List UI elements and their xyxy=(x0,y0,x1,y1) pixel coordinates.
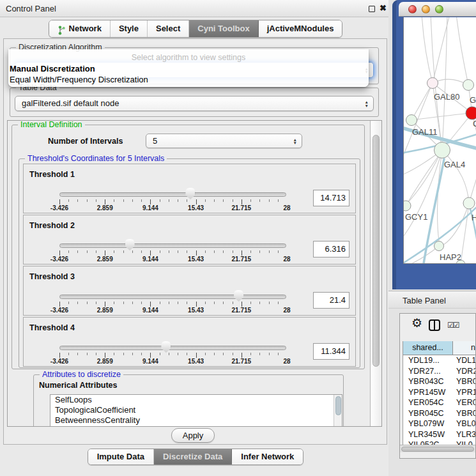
network-canvas[interactable]: GAL80GACGAL11GAL4GCY1HHAP2 xyxy=(403,17,476,264)
table-row[interactable]: YBL079WYBL0 xyxy=(403,418,475,429)
tab-jactivemnodules[interactable]: jActiveMNodules xyxy=(259,20,342,37)
gear-icon[interactable]: ⚙ xyxy=(411,316,422,330)
table-row[interactable]: YIL052CYIL0 xyxy=(403,440,475,445)
table-horizontal-scrollbar-thumb[interactable] xyxy=(401,447,474,452)
slider-track[interactable] xyxy=(59,192,286,197)
GAL80-node[interactable] xyxy=(427,78,438,89)
zoom-traffic-light-icon[interactable] xyxy=(435,5,443,13)
settings-vertical-scrollbar[interactable] xyxy=(370,121,381,426)
cell-shared-name[interactable]: YBR043C xyxy=(403,376,453,387)
table-data-combobox[interactable]: galFiltered.sif default node ▲▼ xyxy=(15,96,374,111)
slider-thumb-icon[interactable] xyxy=(125,239,135,250)
slider-ticks xyxy=(59,302,287,307)
cell-name[interactable]: YDL1 xyxy=(453,355,475,366)
cell-shared-name[interactable]: YPR145W xyxy=(403,387,453,398)
cell-name[interactable]: YPR1 xyxy=(453,387,475,398)
table-row[interactable]: YBR045CYBR0 xyxy=(403,408,475,419)
node-label: HAP2 xyxy=(440,252,461,262)
cell-shared-name[interactable]: YBR045C xyxy=(403,408,453,419)
network-edge xyxy=(442,17,447,150)
tab-impute-data[interactable]: Impute Data xyxy=(88,449,154,464)
attributes-list-scrollbar-thumb[interactable] xyxy=(335,396,341,415)
threshold-slider[interactable]: -3.4262.8599.14415.4321.71528 xyxy=(59,318,288,367)
apply-button[interactable]: Apply xyxy=(171,428,215,443)
tab-infer-network[interactable]: Infer Network xyxy=(232,449,303,464)
cell-shared-name[interactable]: YER054C xyxy=(403,397,453,408)
numerical-attributes-list[interactable]: SelfLoopsTopologicalCoefficientBetweenne… xyxy=(50,394,342,427)
column-header-name[interactable]: n xyxy=(453,341,475,355)
cell-shared-name[interactable]: YDR27... xyxy=(403,366,453,377)
cell-shared-name[interactable]: YDL19... xyxy=(403,355,453,366)
threshold-value-field[interactable]: 6.316 xyxy=(313,241,349,257)
slider-thumb-icon[interactable] xyxy=(185,188,195,199)
table-panel-title: Table Panel xyxy=(403,296,446,305)
threshold-panel: Threshold 2-3.4262.8599.14415.4321.71528… xyxy=(23,215,356,265)
select-columns-icon[interactable]: ☑☑ xyxy=(447,321,459,330)
red-node[interactable] xyxy=(466,107,476,119)
close-icon[interactable]: ✖ xyxy=(380,3,387,13)
slider-track[interactable] xyxy=(59,346,286,350)
table-data-combobox-value: galFiltered.sif default node xyxy=(22,96,119,111)
minimize-traffic-light-icon[interactable] xyxy=(422,5,430,13)
table-row[interactable]: YDL19...YDL1 xyxy=(403,355,475,366)
threshold-slider[interactable]: -3.4262.8599.14415.4321.71528 xyxy=(59,266,288,316)
slider-thumb-icon[interactable] xyxy=(234,290,243,302)
split-view-icon[interactable] xyxy=(429,319,440,331)
tab-style[interactable]: Style xyxy=(111,20,148,37)
tab-network[interactable]: Network xyxy=(49,20,111,37)
float-window-icon[interactable] xyxy=(369,6,375,12)
cell-name[interactable]: YBR0 xyxy=(453,376,475,387)
top-tab-row: NetworkStyleSelectCyni ToolboxjActiveMNo… xyxy=(0,20,391,38)
attribute-list-item[interactable]: TopologicalCoefficient xyxy=(50,405,342,415)
settings-vertical-scrollbar-thumb[interactable] xyxy=(372,135,380,367)
tick-label: 15.43 xyxy=(188,256,204,263)
close-traffic-light-icon[interactable] xyxy=(408,5,417,13)
slider-track[interactable] xyxy=(59,243,286,248)
table-row[interactable]: YBR043CYBR0 xyxy=(403,376,475,387)
cell-name[interactable]: YIL0 xyxy=(453,440,475,445)
threshold-value-field[interactable]: 14.713 xyxy=(313,190,349,206)
column-header-shared-name[interactable]: shared... xyxy=(403,341,453,355)
slider-tick-labels: -3.4262.8599.14415.4321.71528 xyxy=(59,204,287,212)
table-body: YDL19...YDL1YDR27...YDR2YBR043CYBR0YPR14… xyxy=(403,355,475,445)
table-panel-titlebar: Table Panel xyxy=(388,291,476,309)
algorithm-option[interactable]: Manual Discretization xyxy=(10,64,367,74)
cell-name[interactable]: YDR2 xyxy=(453,366,475,377)
algorithm-option[interactable]: Equal Width/Frequency Discretization xyxy=(10,75,367,85)
cell-shared-name[interactable]: YLR345W xyxy=(403,429,453,440)
tick-label: 28 xyxy=(283,204,290,211)
HAP2-node[interactable] xyxy=(434,242,444,251)
cell-shared-name[interactable]: YIL052C xyxy=(403,440,453,445)
tab-select[interactable]: Select xyxy=(148,20,189,37)
tab-cyni-toolbox[interactable]: Cyni Toolbox xyxy=(189,20,258,37)
table-horizontal-scrollbar[interactable] xyxy=(400,445,475,452)
threshold-slider[interactable]: -3.4262.8599.14415.4321.71528 xyxy=(59,215,288,265)
threshold-slider[interactable]: -3.4262.8599.14415.4321.71528 xyxy=(59,164,288,214)
slider-track[interactable] xyxy=(59,295,286,299)
table-row[interactable]: YLR345WYLR3 xyxy=(403,429,475,440)
top-right-node[interactable] xyxy=(463,80,474,91)
cell-shared-name[interactable]: YBL079W xyxy=(403,418,453,429)
GAL11-node[interactable] xyxy=(406,115,417,126)
cell-name[interactable]: YER0 xyxy=(453,397,475,408)
table-row[interactable]: YDR27...YDR2 xyxy=(403,366,475,377)
threshold-value-field[interactable]: 11.344 xyxy=(313,343,349,360)
tab-discretize-data[interactable]: Discretize Data xyxy=(154,449,232,464)
node-table: shared... n YDL19...YDL1YDR27...YDR2YBR0… xyxy=(403,341,475,445)
slider-thumb-icon[interactable] xyxy=(161,341,171,353)
cell-name[interactable]: YBR0 xyxy=(453,408,475,419)
control-panel-title: Control Panel xyxy=(6,4,56,13)
GCY1-node[interactable] xyxy=(404,201,411,211)
table-row[interactable]: YER054CYER0 xyxy=(403,397,475,408)
attribute-list-item[interactable]: SelfLoops xyxy=(50,395,342,405)
cell-name[interactable]: YBL0 xyxy=(453,418,475,429)
table-row[interactable]: YPR145WYPR1 xyxy=(403,387,475,398)
number-of-intervals-combobox[interactable]: 5 ▲▼ xyxy=(146,134,302,148)
threshold-value-field[interactable]: 21.4 xyxy=(313,292,349,309)
attribute-list-item[interactable]: BetweennessCentrality xyxy=(50,415,342,426)
right-region: GAL80GACGAL11GAL4GCY1HHAP2 Table Panel ⚙… xyxy=(388,0,476,476)
GAL4-node[interactable] xyxy=(434,142,450,158)
right-mid-node[interactable] xyxy=(463,197,475,209)
cell-name[interactable]: YLR3 xyxy=(453,429,475,440)
attributes-list-scrollbar[interactable] xyxy=(334,395,342,427)
